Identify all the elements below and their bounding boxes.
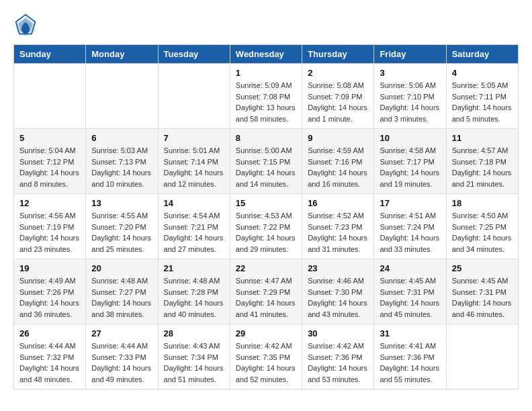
day-number: 6 xyxy=(91,133,152,143)
day-info: Sunrise: 4:41 AMSunset: 7:36 PMDaylight:… xyxy=(380,340,440,385)
day-number: 31 xyxy=(380,328,440,338)
day-number: 10 xyxy=(380,133,440,143)
header-row: SundayMondayTuesdayWednesdayThursdayFrid… xyxy=(14,45,519,64)
day-header-tuesday: Tuesday xyxy=(158,45,230,64)
calendar-cell: 1Sunrise: 5:09 AMSunset: 7:08 PMDaylight… xyxy=(230,64,302,129)
day-info: Sunrise: 5:01 AMSunset: 7:14 PMDaylight:… xyxy=(164,145,224,189)
day-number: 2 xyxy=(308,68,368,78)
day-info: Sunrise: 5:08 AMSunset: 7:09 PMDaylight:… xyxy=(308,80,368,124)
day-info: Sunrise: 4:44 AMSunset: 7:32 PMDaylight:… xyxy=(19,340,80,385)
calendar-week-4: 19Sunrise: 4:49 AMSunset: 7:26 PMDayligh… xyxy=(14,259,519,324)
calendar-cell: 19Sunrise: 4:49 AMSunset: 7:26 PMDayligh… xyxy=(14,259,86,324)
calendar-cell: 29Sunrise: 4:42 AMSunset: 7:35 PMDayligh… xyxy=(230,324,302,390)
day-number: 16 xyxy=(308,198,368,208)
calendar-cell: 12Sunrise: 4:56 AMSunset: 7:19 PMDayligh… xyxy=(14,194,86,259)
day-number: 23 xyxy=(308,263,368,273)
day-info: Sunrise: 5:00 AMSunset: 7:15 PMDaylight:… xyxy=(236,145,296,189)
day-info: Sunrise: 5:06 AMSunset: 7:10 PMDaylight:… xyxy=(380,80,440,124)
calendar-cell: 31Sunrise: 4:41 AMSunset: 7:36 PMDayligh… xyxy=(374,324,446,390)
day-header-monday: Monday xyxy=(86,45,158,64)
day-info: Sunrise: 4:52 AMSunset: 7:23 PMDaylight:… xyxy=(308,210,368,255)
day-number: 30 xyxy=(308,328,368,338)
day-info: Sunrise: 4:48 AMSunset: 7:27 PMDaylight:… xyxy=(91,275,152,320)
calendar-cell: 23Sunrise: 4:46 AMSunset: 7:30 PMDayligh… xyxy=(302,259,374,324)
calendar-cell: 13Sunrise: 4:55 AMSunset: 7:20 PMDayligh… xyxy=(86,194,158,259)
calendar-cell: 18Sunrise: 4:50 AMSunset: 7:25 PMDayligh… xyxy=(446,194,518,259)
calendar-week-5: 26Sunrise: 4:44 AMSunset: 7:32 PMDayligh… xyxy=(14,324,519,390)
calendar-cell: 3Sunrise: 5:06 AMSunset: 7:10 PMDaylight… xyxy=(374,64,446,129)
calendar-cell: 20Sunrise: 4:48 AMSunset: 7:27 PMDayligh… xyxy=(86,259,158,324)
day-info: Sunrise: 5:09 AMSunset: 7:08 PMDaylight:… xyxy=(236,80,296,124)
day-number: 26 xyxy=(19,328,80,338)
day-info: Sunrise: 4:49 AMSunset: 7:26 PMDaylight:… xyxy=(19,275,80,320)
calendar-week-3: 12Sunrise: 4:56 AMSunset: 7:19 PMDayligh… xyxy=(14,194,519,259)
day-number: 7 xyxy=(164,133,224,143)
calendar-cell: 17Sunrise: 4:51 AMSunset: 7:24 PMDayligh… xyxy=(374,194,446,259)
calendar-cell: 10Sunrise: 4:58 AMSunset: 7:17 PMDayligh… xyxy=(374,129,446,194)
day-header-friday: Friday xyxy=(374,45,446,64)
day-number: 24 xyxy=(380,263,440,273)
calendar-cell: 28Sunrise: 4:43 AMSunset: 7:34 PMDayligh… xyxy=(158,324,230,390)
day-number: 14 xyxy=(164,198,224,208)
calendar-cell: 22Sunrise: 4:47 AMSunset: 7:29 PMDayligh… xyxy=(230,259,302,324)
calendar-cell: 16Sunrise: 4:52 AMSunset: 7:23 PMDayligh… xyxy=(302,194,374,259)
day-number: 29 xyxy=(236,328,296,338)
day-number: 5 xyxy=(19,133,80,143)
day-number: 28 xyxy=(164,328,224,338)
calendar-cell: 2Sunrise: 5:08 AMSunset: 7:09 PMDaylight… xyxy=(302,64,374,129)
day-number: 25 xyxy=(452,263,513,273)
calendar-cell: 24Sunrise: 4:45 AMSunset: 7:31 PMDayligh… xyxy=(374,259,446,324)
day-info: Sunrise: 4:59 AMSunset: 7:16 PMDaylight:… xyxy=(308,145,368,189)
day-info: Sunrise: 4:53 AMSunset: 7:22 PMDaylight:… xyxy=(236,210,296,255)
day-info: Sunrise: 4:42 AMSunset: 7:35 PMDaylight:… xyxy=(236,340,296,385)
day-number: 8 xyxy=(236,133,296,143)
day-number: 15 xyxy=(236,198,296,208)
day-info: Sunrise: 4:43 AMSunset: 7:34 PMDaylight:… xyxy=(164,340,224,385)
day-info: Sunrise: 4:55 AMSunset: 7:20 PMDaylight:… xyxy=(91,210,152,255)
calendar-cell xyxy=(86,64,158,129)
day-info: Sunrise: 5:05 AMSunset: 7:11 PMDaylight:… xyxy=(452,80,513,124)
day-number: 18 xyxy=(452,198,513,208)
day-info: Sunrise: 4:56 AMSunset: 7:19 PMDaylight:… xyxy=(19,210,80,255)
day-info: Sunrise: 4:48 AMSunset: 7:28 PMDaylight:… xyxy=(164,275,224,320)
day-info: Sunrise: 4:45 AMSunset: 7:31 PMDaylight:… xyxy=(380,275,440,320)
day-number: 9 xyxy=(308,133,368,143)
day-number: 27 xyxy=(91,328,152,338)
day-info: Sunrise: 4:58 AMSunset: 7:17 PMDaylight:… xyxy=(380,145,440,189)
calendar-cell xyxy=(446,324,518,390)
day-number: 13 xyxy=(91,198,152,208)
day-number: 4 xyxy=(452,68,513,78)
calendar-cell: 5Sunrise: 5:04 AMSunset: 7:12 PMDaylight… xyxy=(14,129,86,194)
day-number: 11 xyxy=(452,133,513,143)
calendar-cell: 14Sunrise: 4:54 AMSunset: 7:21 PMDayligh… xyxy=(158,194,230,259)
day-info: Sunrise: 4:51 AMSunset: 7:24 PMDaylight:… xyxy=(380,210,440,255)
calendar-cell: 27Sunrise: 4:44 AMSunset: 7:33 PMDayligh… xyxy=(86,324,158,390)
calendar-cell: 4Sunrise: 5:05 AMSunset: 7:11 PMDaylight… xyxy=(446,64,518,129)
day-info: Sunrise: 4:42 AMSunset: 7:36 PMDaylight:… xyxy=(308,340,368,385)
calendar-cell: 30Sunrise: 4:42 AMSunset: 7:36 PMDayligh… xyxy=(302,324,374,390)
day-number: 21 xyxy=(164,263,224,273)
day-number: 22 xyxy=(236,263,296,273)
day-number: 19 xyxy=(19,263,80,273)
calendar-week-2: 5Sunrise: 5:04 AMSunset: 7:12 PMDaylight… xyxy=(14,129,519,194)
calendar-cell: 26Sunrise: 4:44 AMSunset: 7:32 PMDayligh… xyxy=(14,324,86,390)
day-info: Sunrise: 4:47 AMSunset: 7:29 PMDaylight:… xyxy=(236,275,296,320)
calendar-cell: 11Sunrise: 4:57 AMSunset: 7:18 PMDayligh… xyxy=(446,129,518,194)
day-header-saturday: Saturday xyxy=(446,45,518,64)
day-info: Sunrise: 4:57 AMSunset: 7:18 PMDaylight:… xyxy=(452,145,513,189)
calendar-cell: 15Sunrise: 4:53 AMSunset: 7:22 PMDayligh… xyxy=(230,194,302,259)
calendar-cell: 25Sunrise: 4:45 AMSunset: 7:31 PMDayligh… xyxy=(446,259,518,324)
day-number: 17 xyxy=(380,198,440,208)
day-number: 20 xyxy=(91,263,152,273)
calendar-cell: 21Sunrise: 4:48 AMSunset: 7:28 PMDayligh… xyxy=(158,259,230,324)
day-info: Sunrise: 4:50 AMSunset: 7:25 PMDaylight:… xyxy=(452,210,513,255)
logo xyxy=(13,13,40,38)
day-info: Sunrise: 4:44 AMSunset: 7:33 PMDaylight:… xyxy=(91,340,152,385)
calendar-week-1: 1Sunrise: 5:09 AMSunset: 7:08 PMDaylight… xyxy=(14,64,519,129)
calendar-cell: 8Sunrise: 5:00 AMSunset: 7:15 PMDaylight… xyxy=(230,129,302,194)
day-info: Sunrise: 4:54 AMSunset: 7:21 PMDaylight:… xyxy=(164,210,224,255)
calendar-cell: 6Sunrise: 5:03 AMSunset: 7:13 PMDaylight… xyxy=(86,129,158,194)
day-info: Sunrise: 4:45 AMSunset: 7:31 PMDaylight:… xyxy=(452,275,513,320)
logo-icon xyxy=(13,13,38,38)
day-info: Sunrise: 4:46 AMSunset: 7:30 PMDaylight:… xyxy=(308,275,368,320)
